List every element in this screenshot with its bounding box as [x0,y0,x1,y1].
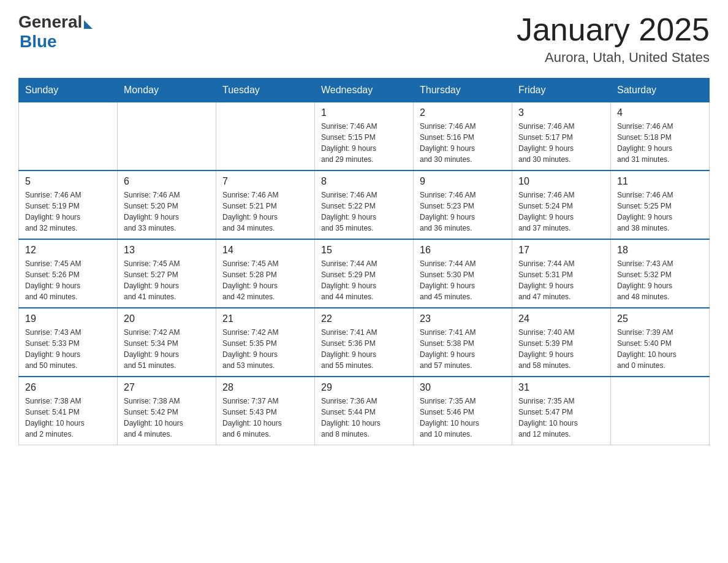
location-title: Aurora, Utah, United States [517,50,710,66]
day-info: Sunrise: 7:44 AMSunset: 5:29 PMDaylight:… [321,258,407,302]
day-info: Sunrise: 7:46 AMSunset: 5:22 PMDaylight:… [321,190,407,234]
day-number: 23 [420,313,506,324]
calendar-table: SundayMondayTuesdayWednesdayThursdayFrid… [18,78,710,445]
calendar-cell: 16Sunrise: 7:44 AMSunset: 5:30 PMDayligh… [414,239,512,308]
day-number: 7 [222,176,308,187]
calendar-cell: 12Sunrise: 7:45 AMSunset: 5:26 PMDayligh… [19,239,118,308]
calendar-header-monday: Monday [118,79,216,102]
day-number: 15 [321,245,407,256]
day-number: 27 [124,382,210,393]
day-number: 8 [321,176,407,187]
calendar-cell: 3Sunrise: 7:46 AMSunset: 5:17 PMDaylight… [512,102,611,171]
day-number: 6 [124,176,210,187]
calendar-week-row: 5Sunrise: 7:46 AMSunset: 5:19 PMDaylight… [19,170,710,239]
logo-blue-text: Blue [20,32,57,52]
day-info: Sunrise: 7:39 AMSunset: 5:40 PMDaylight:… [617,327,703,371]
day-info: Sunrise: 7:41 AMSunset: 5:38 PMDaylight:… [420,327,506,371]
calendar-week-row: 19Sunrise: 7:43 AMSunset: 5:33 PMDayligh… [19,308,710,377]
day-info: Sunrise: 7:42 AMSunset: 5:34 PMDaylight:… [124,327,210,371]
calendar-cell [118,102,216,171]
calendar-cell: 1Sunrise: 7:46 AMSunset: 5:15 PMDaylight… [315,102,414,171]
day-info: Sunrise: 7:46 AMSunset: 5:21 PMDaylight:… [222,190,308,234]
calendar-cell: 30Sunrise: 7:35 AMSunset: 5:46 PMDayligh… [414,377,512,445]
calendar-header-row: SundayMondayTuesdayWednesdayThursdayFrid… [19,79,710,102]
calendar-header-wednesday: Wednesday [315,79,414,102]
day-info: Sunrise: 7:45 AMSunset: 5:28 PMDaylight:… [222,258,308,302]
calendar-cell: 6Sunrise: 7:46 AMSunset: 5:20 PMDaylight… [118,170,216,239]
calendar-cell [611,377,710,445]
day-info: Sunrise: 7:40 AMSunset: 5:39 PMDaylight:… [518,327,604,371]
day-info: Sunrise: 7:38 AMSunset: 5:42 PMDaylight:… [124,396,210,440]
calendar-week-row: 12Sunrise: 7:45 AMSunset: 5:26 PMDayligh… [19,239,710,308]
calendar-cell: 4Sunrise: 7:46 AMSunset: 5:18 PMDaylight… [611,102,710,171]
calendar-cell: 24Sunrise: 7:40 AMSunset: 5:39 PMDayligh… [512,308,611,377]
day-info: Sunrise: 7:36 AMSunset: 5:44 PMDaylight:… [321,396,407,440]
calendar-cell: 17Sunrise: 7:44 AMSunset: 5:31 PMDayligh… [512,239,611,308]
day-number: 9 [420,176,506,187]
day-info: Sunrise: 7:35 AMSunset: 5:47 PMDaylight:… [518,396,604,440]
day-info: Sunrise: 7:45 AMSunset: 5:27 PMDaylight:… [124,258,210,302]
calendar-cell: 11Sunrise: 7:46 AMSunset: 5:25 PMDayligh… [611,170,710,239]
day-number: 21 [222,313,308,324]
calendar-cell [19,102,118,171]
calendar-cell: 18Sunrise: 7:43 AMSunset: 5:32 PMDayligh… [611,239,710,308]
title-block: January 2025 Aurora, Utah, United States [517,12,710,66]
calendar-header-sunday: Sunday [19,79,118,102]
day-info: Sunrise: 7:43 AMSunset: 5:33 PMDaylight:… [25,327,111,371]
calendar-cell: 15Sunrise: 7:44 AMSunset: 5:29 PMDayligh… [315,239,414,308]
calendar-cell: 20Sunrise: 7:42 AMSunset: 5:34 PMDayligh… [118,308,216,377]
calendar-header-saturday: Saturday [611,79,710,102]
calendar-cell: 25Sunrise: 7:39 AMSunset: 5:40 PMDayligh… [611,308,710,377]
day-info: Sunrise: 7:46 AMSunset: 5:18 PMDaylight:… [617,121,703,165]
day-number: 5 [25,176,111,187]
day-info: Sunrise: 7:44 AMSunset: 5:30 PMDaylight:… [420,258,506,302]
calendar-cell [216,102,315,171]
calendar-cell: 7Sunrise: 7:46 AMSunset: 5:21 PMDaylight… [216,170,315,239]
calendar-cell: 13Sunrise: 7:45 AMSunset: 5:27 PMDayligh… [118,239,216,308]
calendar-cell: 14Sunrise: 7:45 AMSunset: 5:28 PMDayligh… [216,239,315,308]
calendar-header-thursday: Thursday [414,79,512,102]
calendar-cell: 10Sunrise: 7:46 AMSunset: 5:24 PMDayligh… [512,170,611,239]
day-info: Sunrise: 7:46 AMSunset: 5:16 PMDaylight:… [420,121,506,165]
day-info: Sunrise: 7:46 AMSunset: 5:24 PMDaylight:… [518,190,604,234]
day-info: Sunrise: 7:37 AMSunset: 5:43 PMDaylight:… [222,396,308,440]
logo-arrow-icon [84,20,93,29]
day-info: Sunrise: 7:43 AMSunset: 5:32 PMDaylight:… [617,258,703,302]
day-number: 11 [617,176,703,187]
day-info: Sunrise: 7:46 AMSunset: 5:20 PMDaylight:… [124,190,210,234]
day-number: 17 [518,245,604,256]
calendar-cell: 22Sunrise: 7:41 AMSunset: 5:36 PMDayligh… [315,308,414,377]
calendar-header-tuesday: Tuesday [216,79,315,102]
day-info: Sunrise: 7:35 AMSunset: 5:46 PMDaylight:… [420,396,506,440]
calendar-cell: 27Sunrise: 7:38 AMSunset: 5:42 PMDayligh… [118,377,216,445]
day-info: Sunrise: 7:46 AMSunset: 5:23 PMDaylight:… [420,190,506,234]
calendar-cell: 9Sunrise: 7:46 AMSunset: 5:23 PMDaylight… [414,170,512,239]
day-number: 13 [124,245,210,256]
day-number: 16 [420,245,506,256]
day-number: 28 [222,382,308,393]
day-number: 25 [617,313,703,324]
calendar-cell: 23Sunrise: 7:41 AMSunset: 5:38 PMDayligh… [414,308,512,377]
month-title: January 2025 [517,12,710,47]
day-number: 14 [222,245,308,256]
day-info: Sunrise: 7:38 AMSunset: 5:41 PMDaylight:… [25,396,111,440]
day-info: Sunrise: 7:46 AMSunset: 5:15 PMDaylight:… [321,121,407,165]
calendar-cell: 26Sunrise: 7:38 AMSunset: 5:41 PMDayligh… [19,377,118,445]
day-number: 1 [321,107,407,118]
day-number: 3 [518,107,604,118]
day-info: Sunrise: 7:46 AMSunset: 5:25 PMDaylight:… [617,190,703,234]
logo-general-text: General [18,12,82,32]
day-info: Sunrise: 7:46 AMSunset: 5:19 PMDaylight:… [25,190,111,234]
calendar-cell: 8Sunrise: 7:46 AMSunset: 5:22 PMDaylight… [315,170,414,239]
calendar-cell: 2Sunrise: 7:46 AMSunset: 5:16 PMDaylight… [414,102,512,171]
day-number: 2 [420,107,506,118]
day-number: 22 [321,313,407,324]
calendar-week-row: 1Sunrise: 7:46 AMSunset: 5:15 PMDaylight… [19,102,710,171]
day-info: Sunrise: 7:41 AMSunset: 5:36 PMDaylight:… [321,327,407,371]
calendar-cell: 19Sunrise: 7:43 AMSunset: 5:33 PMDayligh… [19,308,118,377]
day-number: 20 [124,313,210,324]
day-number: 31 [518,382,604,393]
day-number: 18 [617,245,703,256]
day-number: 10 [518,176,604,187]
day-number: 12 [25,245,111,256]
